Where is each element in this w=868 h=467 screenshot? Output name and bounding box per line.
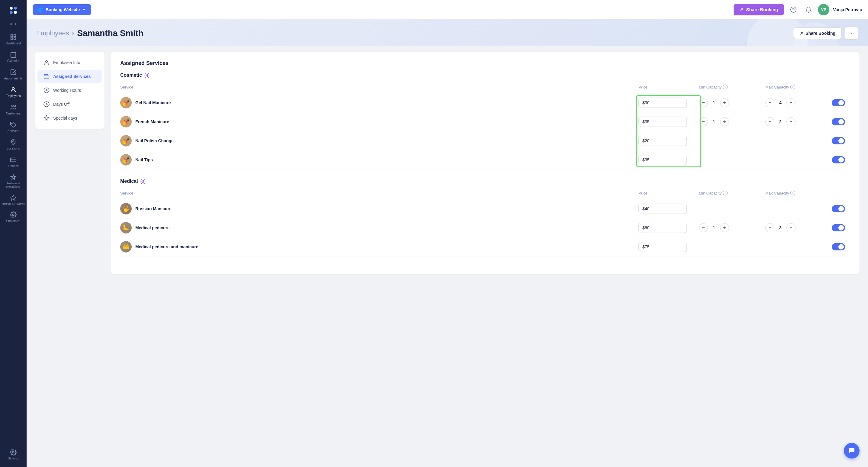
sidebar-item-services[interactable]: Services <box>0 118 27 136</box>
app-logo[interactable] <box>7 4 20 17</box>
side-nav-item-assigned-services[interactable]: Assigned Services <box>37 70 102 83</box>
price-input[interactable] <box>639 136 687 146</box>
max-capacity-increase-button[interactable]: + <box>786 98 796 107</box>
service-name-cell: 🖐️ Russian Manicure <box>120 203 639 215</box>
user-avatar[interactable]: VP <box>818 4 829 15</box>
user-name: Vanja Petrovic <box>833 7 862 12</box>
side-nav-item-employee-info[interactable]: Employee Info <box>37 56 102 69</box>
side-nav-item-special-days[interactable]: Special days <box>37 112 102 125</box>
svg-rect-13 <box>10 158 16 162</box>
chat-button[interactable] <box>844 443 860 459</box>
max-capacity-increase-button[interactable]: + <box>786 223 796 232</box>
min-capacity-decrease-button[interactable]: − <box>699 98 708 107</box>
table-row: 💅 Gel Nail Manicure − 1 + <box>120 93 850 113</box>
min-capacity-value: 1 <box>710 100 718 105</box>
service-toggle[interactable] <box>832 118 845 125</box>
col-header-service: Service <box>120 85 639 89</box>
price-input[interactable] <box>639 223 687 233</box>
min-capacity-increase-button[interactable]: + <box>720 117 729 126</box>
svg-point-10 <box>14 105 16 107</box>
price-input[interactable] <box>639 242 687 252</box>
service-name: Russian Manicure <box>135 206 172 211</box>
max-capacity-decrease-button[interactable]: − <box>765 223 774 232</box>
service-toggle[interactable] <box>832 224 845 231</box>
globe-icon: 🌐 <box>38 7 43 12</box>
sidebar-item-locations[interactable]: Locations <box>0 136 27 153</box>
service-toggle[interactable] <box>832 156 845 163</box>
col-header-price: Price <box>639 191 699 195</box>
side-nav-item-working-hours[interactable]: Working Hours <box>37 84 102 97</box>
max-capacity-decrease-button[interactable]: − <box>765 98 774 107</box>
page-title: Assigned Services <box>120 60 850 66</box>
sidebar-item-ratings[interactable]: Ratings & Reviews <box>0 191 27 209</box>
service-name: Medical pedicure <box>135 225 170 230</box>
price-input[interactable] <box>639 204 687 214</box>
min-capacity-increase-button[interactable]: + <box>720 223 729 232</box>
header-actions: ↗ Share Booking ··· <box>793 27 858 39</box>
min-capacity-decrease-button[interactable]: − <box>699 117 708 126</box>
sidebar-collapse-arrows[interactable]: ◄► <box>9 22 18 26</box>
help-button[interactable] <box>788 4 799 15</box>
price-input[interactable] <box>639 98 687 108</box>
service-toggle[interactable] <box>832 243 845 250</box>
svg-rect-21 <box>44 75 49 79</box>
service-toggle[interactable] <box>832 137 845 145</box>
table-header-cosmetic: Service Price Min Capacity i Max Capacit… <box>120 82 850 92</box>
sidebar-item-label: Settings <box>8 457 19 460</box>
max-capacity-info-icon[interactable]: i <box>790 85 795 89</box>
service-avatar: 💅 <box>120 154 132 165</box>
min-capacity-decrease-button[interactable]: − <box>699 223 708 232</box>
price-input[interactable] <box>639 117 687 127</box>
table-row: 💅 French Manicure − 1 + <box>120 113 850 131</box>
side-nav-label: Special days <box>53 116 77 121</box>
body-layout: Employee Info Assigned Services Working … <box>27 45 868 280</box>
sidebar-item-customize[interactable]: Customize <box>0 209 27 226</box>
breadcrumb-parent[interactable]: Employees <box>36 29 69 37</box>
sidebar-item-finance[interactable]: Finance <box>0 153 27 171</box>
max-capacity-increase-button[interactable]: + <box>786 117 796 126</box>
sidebar-item-features[interactable]: Features & Integrations <box>0 171 27 191</box>
side-nav-item-days-off[interactable]: Days Off <box>37 98 102 111</box>
min-capacity-increase-button[interactable]: + <box>720 98 729 107</box>
min-capacity-info-icon[interactable]: i <box>723 85 727 89</box>
max-capacity-decrease-button[interactable]: − <box>765 117 774 126</box>
max-capacity-info-icon[interactable]: i <box>790 191 795 195</box>
min-capacity-info-icon[interactable]: i <box>723 191 727 195</box>
svg-point-12 <box>13 141 14 142</box>
service-avatar: 🤲 <box>120 241 132 252</box>
page-content: Employees › Samantha Smith ↗ Share Booki… <box>27 19 868 467</box>
share-booking-button-top[interactable]: ↗ Share Booking <box>734 4 784 15</box>
min-capacity-stepper: − 1 + <box>699 223 765 232</box>
sidebar: ◄► Dashboard Calendar Appointments Emplo… <box>0 0 27 467</box>
category-count: (4) <box>144 73 150 77</box>
side-nav-label: Working Hours <box>53 88 81 93</box>
sidebar-item-dashboard[interactable]: Dashboard <box>0 31 27 48</box>
price-input[interactable] <box>639 155 687 165</box>
side-nav: Employee Info Assigned Services Working … <box>35 52 104 129</box>
topbar: 🌐 Booking Website ▼ ↗ Share Booking VP V… <box>27 0 868 19</box>
sidebar-item-employees[interactable]: Employees <box>0 83 27 101</box>
sidebar-item-customers[interactable]: Customers <box>0 101 27 118</box>
price-cell <box>639 223 699 233</box>
svg-rect-1 <box>14 35 16 36</box>
more-options-button[interactable]: ··· <box>845 27 858 39</box>
sidebar-item-calendar[interactable]: Calendar <box>0 48 27 66</box>
booking-website-button[interactable]: 🌐 Booking Website ▼ <box>33 4 91 15</box>
sidebar-item-appointments[interactable]: Appointments <box>0 66 27 83</box>
sidebar-item-settings[interactable]: Settings <box>0 446 27 463</box>
table-row: 🖐️ Russian Manicure <box>120 199 850 218</box>
price-cell <box>639 242 699 252</box>
service-toggle[interactable] <box>832 99 845 106</box>
service-toggle[interactable] <box>832 205 845 212</box>
col-header-min-capacity: Min Capacity i <box>699 191 765 195</box>
col-header-max-capacity: Max Capacity i <box>765 85 832 89</box>
notifications-button[interactable] <box>803 4 814 15</box>
max-capacity-value: 2 <box>777 119 784 124</box>
svg-point-8 <box>12 88 14 90</box>
side-nav-label: Days Off <box>53 102 69 106</box>
share-booking-button-page[interactable]: ↗ Share Booking <box>793 28 842 39</box>
svg-rect-0 <box>11 35 13 36</box>
sidebar-item-label: Customers <box>6 112 21 115</box>
col-header-max-capacity: Max Capacity i <box>765 191 832 195</box>
sidebar-item-label: Services <box>7 129 19 133</box>
